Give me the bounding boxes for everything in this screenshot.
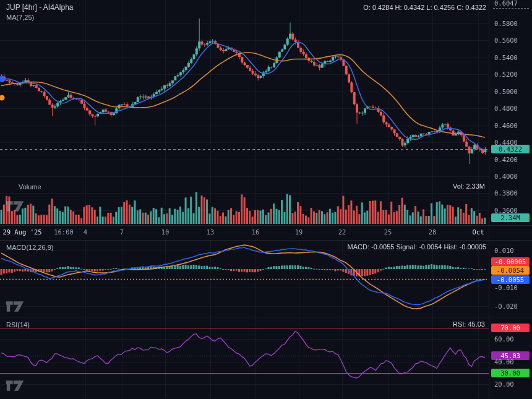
- time-tick-label: 7: [120, 228, 124, 236]
- tradingview-logo-watermark[interactable]: [5, 379, 25, 392]
- macd-hist-badge: -0.00005: [491, 257, 530, 266]
- price-tick-label: 0.4000: [494, 173, 518, 180]
- price-axis-top-dash: [493, 8, 529, 9]
- time-tick-label: 10: [161, 228, 169, 236]
- price-tick-label: 0.4400: [494, 139, 518, 146]
- price-tick-label: 0.4200: [494, 156, 518, 163]
- ohlc-readout: O: 0.4284 H: 0.4342 L: 0.4256 C: 0.4322: [363, 4, 486, 11]
- current-price-badge: 0.4322: [491, 145, 530, 153]
- macd-line-badge: -0.0055: [491, 275, 530, 284]
- price-tick-label: 0.5600: [494, 36, 518, 44]
- price-tick-label: 0.4600: [494, 122, 518, 129]
- price-tick-label: 0.3600: [494, 207, 518, 214]
- rsi-tick-label: 20.00: [494, 380, 514, 388]
- tradingview-logo-watermark[interactable]: [5, 299, 25, 313]
- rsi-tick-label: 40.00: [494, 358, 514, 366]
- tradingview-logo-watermark[interactable]: [5, 199, 25, 213]
- rsi-readout: RSI: 45.03: [453, 320, 485, 328]
- time-tick-label: 29 Aug '25: [2, 228, 41, 236]
- time-tick-label: 16: [252, 228, 260, 236]
- macd-legend[interactable]: MACD(12,26,9): [6, 243, 53, 252]
- time-tick-label: 28: [429, 228, 437, 236]
- trading-chart-window: { "header": { "title": "JUP [4hr] - AI4A…: [0, 0, 532, 399]
- macd-tick-label: -0.020: [494, 302, 518, 310]
- price-tick-label: 0.5800: [494, 20, 518, 27]
- time-tick-label: 25: [384, 228, 392, 236]
- macd-readout: MACD: -0.0055 Signal: -0.0054 Hist: -0.0…: [348, 243, 486, 251]
- time-tick-label: 22: [338, 228, 346, 236]
- price-tick-label: 0.3800: [494, 189, 518, 197]
- time-tick-label: 19: [295, 228, 303, 236]
- price-tick-label: 0.5400: [494, 54, 518, 61]
- volume-readout: Vol: 2.33M: [453, 182, 485, 190]
- rsi-tick-label: 60.00: [494, 335, 514, 343]
- symbol-title[interactable]: JUP [4hr] - AI4Alpha: [6, 3, 74, 12]
- rsi-oversold-badge: 30.00: [491, 369, 530, 377]
- time-tick-label: Oct: [473, 228, 484, 236]
- price-tick-label: 0.5200: [494, 71, 518, 78]
- macd-tick-label: -0.010: [494, 284, 518, 291]
- time-tick-label: 13: [207, 228, 215, 236]
- rsi-legend[interactable]: RSI(14): [6, 320, 30, 329]
- ma-legend[interactable]: MA(7,25): [6, 13, 34, 22]
- time-tick-label: 4: [84, 228, 87, 236]
- time-tick-label: 16:00: [54, 228, 74, 236]
- chart-canvas[interactable]: [0, 0, 532, 399]
- price-tick-label: 0.4800: [494, 105, 518, 112]
- price-tick-label: 0.5000: [494, 88, 518, 95]
- macd-tick-label: 0.010: [494, 247, 514, 254]
- volume-legend[interactable]: Volume: [19, 182, 41, 191]
- volume-axis-badge: 2.34M: [491, 213, 530, 222]
- rsi-overbought-badge: 70.00: [491, 324, 530, 332]
- price-axis-top-label: 0.6047: [494, 0, 518, 7]
- macd-signal-badge: -0.0054: [491, 266, 530, 275]
